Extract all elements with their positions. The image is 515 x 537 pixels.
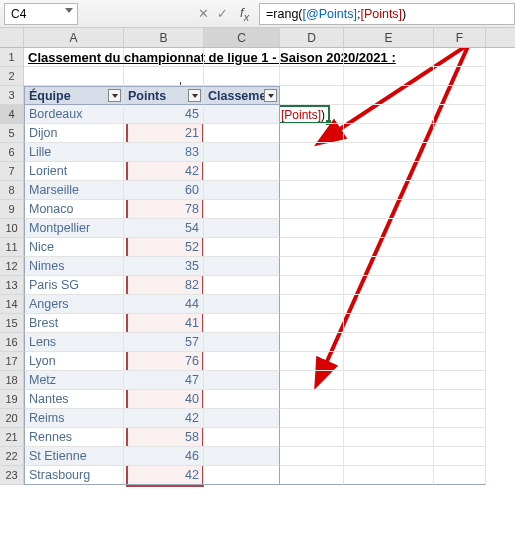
row-header[interactable]: 16: [0, 333, 24, 352]
cell[interactable]: [280, 143, 344, 162]
cell[interactable]: [204, 219, 280, 238]
cell[interactable]: [344, 124, 434, 143]
cell[interactable]: [434, 466, 486, 485]
row-header[interactable]: 7: [0, 162, 24, 181]
cell[interactable]: [280, 371, 344, 390]
cell[interactable]: [204, 466, 280, 485]
cell[interactable]: [434, 352, 486, 371]
cell[interactable]: 52: [124, 238, 204, 257]
cell[interactable]: [434, 447, 486, 466]
cell[interactable]: Strasbourg: [24, 466, 124, 485]
cell[interactable]: 76: [124, 352, 204, 371]
cell[interactable]: 45: [124, 105, 204, 124]
cell[interactable]: Montpellier: [24, 219, 124, 238]
cell[interactable]: [434, 333, 486, 352]
cell[interactable]: [434, 314, 486, 333]
cell[interactable]: Classeme: [204, 86, 280, 105]
cell[interactable]: [204, 257, 280, 276]
cell[interactable]: [280, 428, 344, 447]
cell[interactable]: [124, 48, 204, 67]
row-header[interactable]: 17: [0, 352, 24, 371]
cell[interactable]: Nice: [24, 238, 124, 257]
cell[interactable]: [280, 162, 344, 181]
cell[interactable]: Metz: [24, 371, 124, 390]
cell[interactable]: [204, 162, 280, 181]
row-header[interactable]: 9: [0, 200, 24, 219]
cell[interactable]: [434, 67, 486, 86]
cell[interactable]: [344, 105, 434, 124]
cell[interactable]: Reims: [24, 409, 124, 428]
cell[interactable]: 83: [124, 143, 204, 162]
cell[interactable]: [434, 390, 486, 409]
row-header[interactable]: 22: [0, 447, 24, 466]
row-header[interactable]: 14: [0, 295, 24, 314]
cell[interactable]: [434, 48, 486, 67]
cell[interactable]: [344, 295, 434, 314]
cell[interactable]: [434, 276, 486, 295]
row-header[interactable]: 20: [0, 409, 24, 428]
cell[interactable]: [434, 257, 486, 276]
cell[interactable]: [344, 219, 434, 238]
cell[interactable]: Angers: [24, 295, 124, 314]
cell[interactable]: 21: [124, 124, 204, 143]
cell[interactable]: [344, 371, 434, 390]
col-header-a[interactable]: A: [24, 28, 124, 47]
cell[interactable]: 47: [124, 371, 204, 390]
cell[interactable]: [344, 276, 434, 295]
row-header[interactable]: 2: [0, 67, 24, 86]
cell[interactable]: [204, 48, 280, 67]
cell[interactable]: [280, 219, 344, 238]
cell[interactable]: Lyon: [24, 352, 124, 371]
cell[interactable]: [344, 257, 434, 276]
cell[interactable]: 54: [124, 219, 204, 238]
row-header[interactable]: 8: [0, 181, 24, 200]
cell[interactable]: Brest: [24, 314, 124, 333]
cell[interactable]: [280, 200, 344, 219]
row-header[interactable]: 10: [0, 219, 24, 238]
cell[interactable]: [344, 428, 434, 447]
cell[interactable]: [280, 276, 344, 295]
cell[interactable]: [344, 352, 434, 371]
row-header[interactable]: 13: [0, 276, 24, 295]
filter-icon[interactable]: [188, 89, 201, 102]
cell[interactable]: [280, 238, 344, 257]
row-header[interactable]: 5: [0, 124, 24, 143]
cell[interactable]: [280, 105, 344, 124]
cell[interactable]: 44: [124, 295, 204, 314]
cell[interactable]: 60: [124, 181, 204, 200]
select-all-corner[interactable]: [0, 28, 24, 47]
cell[interactable]: [204, 238, 280, 257]
cell[interactable]: Nimes: [24, 257, 124, 276]
cell[interactable]: [344, 466, 434, 485]
cancel-icon[interactable]: ✕: [198, 6, 209, 21]
cell[interactable]: [434, 200, 486, 219]
row-header[interactable]: 23: [0, 466, 24, 485]
col-header-f[interactable]: F: [434, 28, 486, 47]
row-header[interactable]: 4: [0, 105, 24, 124]
filter-icon[interactable]: [264, 89, 277, 102]
cell[interactable]: [280, 257, 344, 276]
cell[interactable]: [344, 409, 434, 428]
cell[interactable]: [434, 105, 486, 124]
cell[interactable]: [280, 352, 344, 371]
cell[interactable]: [204, 352, 280, 371]
cell[interactable]: [344, 143, 434, 162]
cell[interactable]: [344, 314, 434, 333]
cell[interactable]: St Etienne: [24, 447, 124, 466]
row-header[interactable]: 15: [0, 314, 24, 333]
cell[interactable]: [344, 390, 434, 409]
cell[interactable]: [344, 48, 434, 67]
cell[interactable]: 82: [124, 276, 204, 295]
cell[interactable]: [434, 124, 486, 143]
row-header[interactable]: 12: [0, 257, 24, 276]
cell[interactable]: 78: [124, 200, 204, 219]
cell[interactable]: [280, 314, 344, 333]
cell[interactable]: [434, 371, 486, 390]
cell[interactable]: Équipe: [24, 86, 124, 105]
row-header[interactable]: 19: [0, 390, 24, 409]
cell[interactable]: Lille: [24, 143, 124, 162]
cell[interactable]: [434, 181, 486, 200]
cell[interactable]: 42: [124, 466, 204, 485]
cell[interactable]: [204, 428, 280, 447]
accept-icon[interactable]: ✓: [217, 6, 228, 21]
